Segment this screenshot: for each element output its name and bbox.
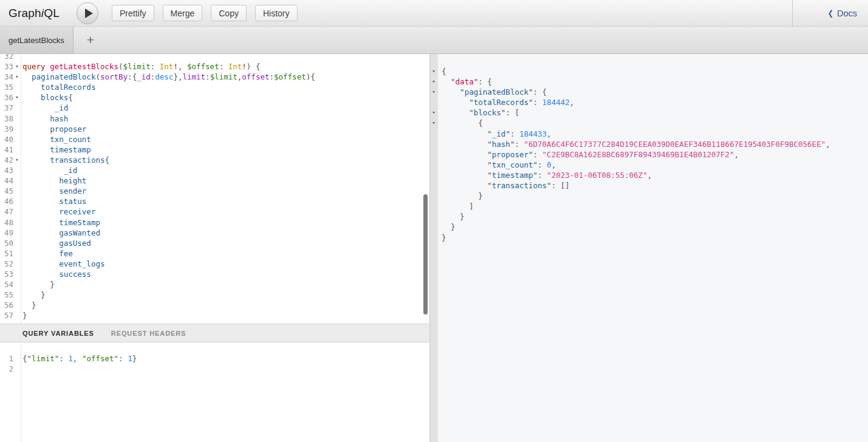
code-text: {"limit": 1, "offset": 1}: [21, 353, 137, 364]
line-number: 50: [0, 238, 13, 248]
line-number: 42: [0, 155, 13, 165]
code-line: ▾ "blocks": [: [429, 107, 868, 118]
copy-button[interactable]: Copy: [211, 5, 247, 21]
code-text: "hash": "6D70A6C4F6C17377C284D19CEEA039D…: [438, 139, 830, 149]
code-text: }: [21, 310, 27, 321]
line-number: 56: [0, 300, 13, 310]
line-number: 51: [0, 248, 13, 259]
line-number: 52: [0, 259, 13, 269]
variables-tab-bar: QUERY VARIABLES REQUEST HEADERS: [0, 324, 429, 342]
fold-gutter-spacer: [13, 82, 21, 92]
docs-link[interactable]: ❮Docs: [828, 8, 857, 18]
vertical-scrollbar-thumb[interactable]: [423, 194, 428, 314]
fold-arrow-icon[interactable]: ▾: [429, 87, 438, 97]
fold-arrow-icon[interactable]: ▾: [13, 72, 21, 82]
code-text: totalRecords: [21, 82, 95, 92]
code-text: timestamp: [21, 144, 91, 155]
add-tab-button[interactable]: +: [83, 27, 98, 53]
variables-code: 1{"limit": 1, "offset": 1}2: [0, 342, 429, 374]
fold-gutter-spacer: [429, 222, 438, 232]
fold-arrow-icon[interactable]: ▾: [13, 155, 21, 165]
code-text: ]: [438, 201, 474, 211]
fold-arrow-icon[interactable]: ▾: [13, 92, 21, 103]
query-pane: 3233▾query getLatestBlocks($limit: Int!,…: [0, 54, 429, 442]
gutter-divider: [21, 342, 21, 442]
toolbar: GraphiQL Prettify Merge Copy History ❮Do…: [0, 0, 868, 27]
code-line: "txn_count": 0,: [429, 160, 868, 170]
code-line: 2: [0, 364, 429, 374]
response-viewer[interactable]: ▾{▾ "data": {▾ "paginatedBlock": { "tota…: [429, 54, 868, 442]
gutter-divider: [21, 54, 21, 324]
code-line: 48 timeStamp: [0, 217, 429, 228]
code-line: 54 }: [0, 279, 429, 290]
code-line: ▾ {: [429, 118, 868, 128]
fold-arrow-icon[interactable]: ▾: [429, 66, 438, 76]
fold-gutter-spacer: [13, 364, 21, 374]
line-number: 57: [0, 310, 13, 321]
fold-arrow-icon[interactable]: ▾: [429, 107, 438, 118]
fold-gutter-spacer: [13, 134, 21, 144]
fold-gutter-spacer: [13, 175, 21, 186]
fold-arrow-icon[interactable]: ▾: [13, 61, 21, 72]
code-text: }: [438, 211, 465, 222]
prettify-button[interactable]: Prettify: [112, 5, 154, 21]
code-line: 44 height: [0, 175, 429, 186]
fold-gutter-spacer: [429, 191, 438, 201]
code-text: }: [438, 222, 456, 232]
code-text: "paginatedBlock": {: [438, 87, 547, 97]
fold-gutter-spacer: [13, 279, 21, 290]
fold-gutter-spacer: [13, 114, 21, 124]
code-line: "hash": "6D70A6C4F6C17377C284D19CEEA039D…: [429, 139, 868, 149]
line-number: 32: [0, 54, 13, 61]
history-button[interactable]: History: [255, 5, 298, 21]
code-line: 33▾query getLatestBlocks($limit: Int!, $…: [0, 61, 429, 72]
line-number: 35: [0, 82, 13, 92]
tab-getlatestblocks[interactable]: getLatestBlocks: [0, 27, 73, 53]
main-area: 3233▾query getLatestBlocks($limit: Int!,…: [0, 54, 868, 442]
fold-gutter-spacer: [13, 54, 21, 61]
merge-button[interactable]: Merge: [163, 5, 203, 21]
fold-gutter-spacer: [13, 217, 21, 228]
code-line: 56 }: [0, 300, 429, 310]
fold-gutter-spacer: [429, 149, 438, 160]
code-line: "transactions": []: [429, 180, 868, 191]
fold-gutter-spacer: [13, 310, 21, 321]
fold-gutter-spacer: [13, 248, 21, 259]
code-line: 36▾ blocks{: [0, 92, 429, 103]
line-number: 44: [0, 175, 13, 186]
code-text: "_id": 184433,: [438, 129, 552, 139]
code-line: 45 sender: [0, 186, 429, 196]
code-line: }: [429, 191, 868, 201]
query-variables-editor[interactable]: 1{"limit": 1, "offset": 1}2: [0, 342, 429, 442]
line-number: 40: [0, 134, 13, 144]
fold-gutter-spacer: [13, 290, 21, 300]
code-text: "totalRecords": 184442,: [438, 97, 574, 107]
fold-gutter-spacer: [13, 300, 21, 310]
fold-gutter-spacer: [13, 103, 21, 113]
tab-query-variables[interactable]: QUERY VARIABLES: [22, 330, 94, 337]
code-text: event_logs: [21, 259, 104, 269]
code-text: {: [438, 118, 483, 128]
line-number: 55: [0, 290, 13, 300]
code-text: receiver: [21, 206, 95, 217]
code-line: 40 txn_count: [0, 134, 429, 144]
fold-gutter-spacer: [13, 269, 21, 279]
fold-gutter-spacer: [429, 233, 438, 243]
code-line: 53 success: [0, 269, 429, 279]
code-line: 38 hash: [0, 114, 429, 124]
toolbar-button-group: Prettify Merge Copy History: [112, 5, 298, 21]
code-text: query getLatestBlocks($limit: Int!, $off…: [21, 61, 260, 72]
query-editor[interactable]: 3233▾query getLatestBlocks($limit: Int!,…: [0, 54, 429, 324]
code-line: 49 gasWanted: [0, 228, 429, 238]
fold-arrow-icon[interactable]: ▾: [429, 118, 438, 128]
fold-gutter-spacer: [13, 186, 21, 196]
line-number: 54: [0, 279, 13, 290]
tab-request-headers[interactable]: REQUEST HEADERS: [111, 330, 186, 337]
fold-arrow-icon[interactable]: ▾: [429, 76, 438, 87]
execute-query-button[interactable]: [77, 2, 98, 24]
logo-text-ql: QL: [44, 7, 60, 19]
graphiql-window: GraphiQL Prettify Merge Copy History ❮Do…: [0, 0, 868, 442]
fold-gutter-spacer: [429, 180, 438, 191]
fold-gutter-spacer: [13, 206, 21, 217]
code-text: success: [21, 269, 91, 279]
